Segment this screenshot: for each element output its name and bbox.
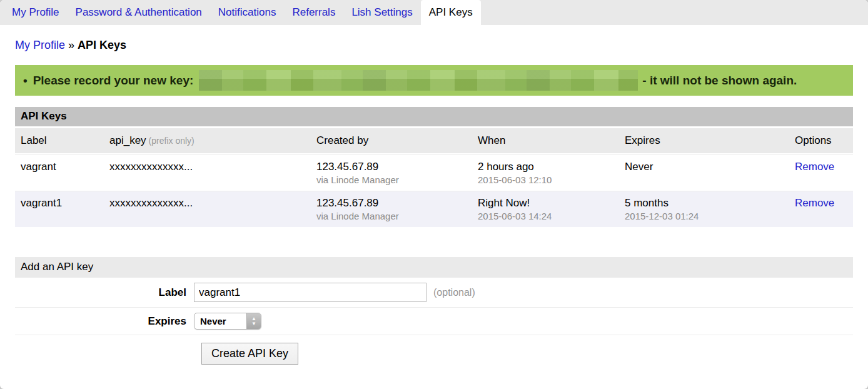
submit-form-row: Create API Key [15, 335, 853, 372]
alert-bullet: • [23, 74, 28, 88]
label-form-row: Label (optional) [15, 278, 853, 308]
api-keys-table: API Keys Label api_key(prefix only) Crea… [15, 107, 853, 227]
remove-link[interactable]: Remove [795, 197, 834, 209]
cell-label: vagrant [15, 155, 104, 191]
cell-created-via: via Linode Manager [316, 211, 467, 221]
tab-my-profile[interactable]: My Profile [4, 0, 68, 25]
optional-note: (optional) [433, 287, 475, 298]
tab-lish-settings[interactable]: Lish Settings [343, 0, 420, 25]
breadcrumb: My Profile»API Keys [15, 39, 853, 52]
app-window: My Profile Password & Authentication Not… [0, 0, 868, 389]
label-field-label: Label [15, 286, 194, 299]
table-header-row: Label api_key(prefix only) Created by Wh… [15, 128, 853, 153]
cell-label: vagrant1 [15, 191, 104, 227]
add-api-key-header: Add an API key [15, 257, 853, 278]
cell-options: Remove [789, 191, 853, 227]
cell-when-date: 2015-06-03 12:10 [478, 174, 613, 185]
expires-field-label: Expires [15, 315, 194, 328]
select-stepper-icon: ▲▼ [246, 313, 261, 329]
tab-password-authentication[interactable]: Password & Authentication [68, 0, 210, 25]
cell-expires-date: 2015-12-03 01:24 [625, 211, 784, 221]
cell-created-via: via Linode Manager [316, 174, 467, 185]
cell-api-key: xxxxxxxxxxxxxx... [104, 191, 311, 227]
table-row: vagrant1 xxxxxxxxxxxxxx... 123.45.67.89v… [15, 191, 853, 227]
profile-tabbar: My Profile Password & Authentication Not… [0, 0, 868, 25]
label-input[interactable] [194, 283, 426, 302]
cell-created-by: 123.45.67.89via Linode Manager [311, 191, 472, 227]
remove-link[interactable]: Remove [795, 161, 834, 173]
cell-api-key: xxxxxxxxxxxxxx... [104, 155, 311, 191]
table-row: vagrant xxxxxxxxxxxxxx... 123.45.67.89vi… [15, 154, 853, 191]
cell-when: Right Now!2015-06-03 14:24 [472, 191, 619, 227]
cell-when-date: 2015-06-03 14:24 [478, 211, 613, 221]
cell-expires: 5 months2015-12-03 01:24 [619, 191, 789, 227]
cell-options: Remove [789, 155, 853, 191]
breadcrumb-separator: » [68, 39, 74, 51]
tab-referrals[interactable]: Referrals [284, 0, 343, 25]
create-api-key-button[interactable]: Create API Key [201, 343, 298, 365]
tab-notifications[interactable]: Notifications [210, 0, 285, 25]
breadcrumb-my-profile-link[interactable]: My Profile [15, 39, 65, 51]
cell-when: 2 hours ago2015-06-03 12:10 [472, 155, 619, 191]
expires-select[interactable]: Never ▲▼ [194, 313, 261, 330]
cell-created-by: 123.45.67.89via Linode Manager [311, 155, 472, 191]
col-header-created-by: Created by [311, 128, 472, 153]
new-key-alert: • Please record your new key: - it will … [15, 65, 853, 96]
select-down-arrow-icon: ▼ [251, 321, 256, 326]
alert-text-prefix: Please record your new key: [33, 74, 194, 88]
col-header-options: Options [789, 128, 853, 153]
col-header-api-key: api_key(prefix only) [104, 128, 311, 153]
expires-form-row: Expires Never ▲▼ [15, 308, 853, 335]
breadcrumb-current: API Keys [78, 39, 126, 51]
expires-select-value: Never [194, 316, 232, 326]
col-header-when: When [472, 128, 619, 153]
col-header-label: Label [15, 128, 104, 153]
col-header-api-key-note: (prefix only) [149, 136, 194, 146]
redacted-key-blur [199, 70, 638, 91]
table-title: API Keys [15, 107, 853, 126]
col-header-expires: Expires [619, 128, 789, 153]
alert-text-suffix: - it will not be shown again. [642, 74, 797, 88]
tab-api-keys[interactable]: API Keys [421, 0, 481, 25]
page-content: My Profile»API Keys • Please record your… [0, 39, 868, 372]
cell-expires: Never [619, 155, 789, 191]
